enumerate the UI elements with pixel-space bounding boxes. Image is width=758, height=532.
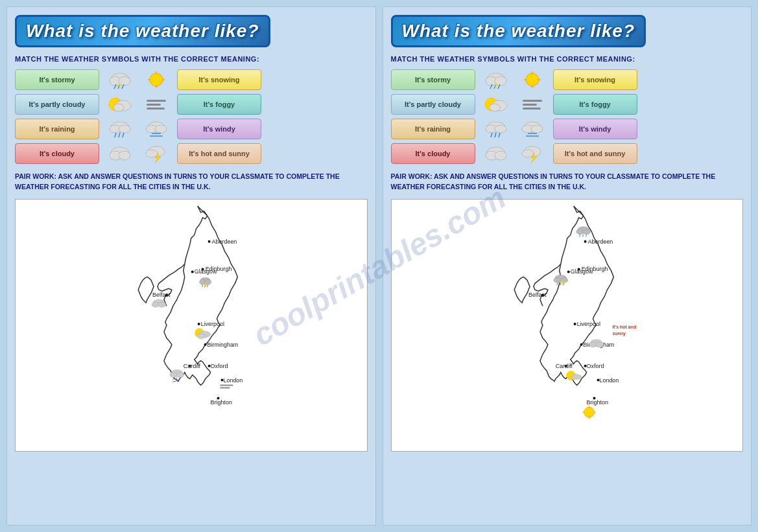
answer-foggy-right[interactable]: It's foggy — [553, 94, 637, 115]
svg-point-56 — [495, 76, 506, 86]
svg-point-104 — [584, 407, 594, 417]
weather-brighton-right — [582, 406, 595, 419]
label-partly-cloudy-right[interactable]: It's partly cloudy — [391, 94, 475, 115]
left-map-svg: Aberdeen Edinburgh Glasgow — [16, 200, 367, 451]
svg-line-51 — [172, 380, 177, 382]
hot-sunny-label-right: It's hot and — [612, 324, 636, 329]
icon-hot-sunny-right — [519, 143, 545, 164]
label-london-right: London — [599, 376, 619, 383]
svg-line-15 — [123, 133, 124, 137]
svg-line-67 — [491, 133, 492, 137]
icon-fog-right — [519, 94, 545, 115]
dot-glasgow-right — [567, 270, 569, 273]
weather-london-left — [220, 385, 233, 387]
label-glasgow-left: Glasgow — [195, 268, 217, 275]
label-cloudy-right[interactable]: It's cloudy — [391, 143, 475, 164]
answer-hot-sunny-left[interactable]: It's hot and sunny — [177, 143, 261, 164]
label-belfast-left: Belfast — [152, 292, 171, 298]
right-icons-left-col — [483, 69, 509, 164]
svg-point-84 — [522, 150, 534, 157]
svg-point-44 — [198, 333, 206, 338]
svg-point-2 — [119, 76, 130, 86]
right-map: Aberdeen Edinburgh Glasgow — [391, 199, 744, 452]
ireland-outline-right — [514, 277, 530, 303]
label-birmingham-left: Birmingham — [207, 341, 239, 347]
right-labels-col: It's stormy It's partly cloudy It's rain… — [391, 69, 475, 164]
label-cardiff-right: Cardiff — [555, 362, 573, 369]
answer-snowing-left[interactable]: It's snowing — [177, 69, 261, 90]
answer-windy-left[interactable]: It's windy — [177, 119, 261, 139]
label-aberdeen-right: Aberdeen — [587, 238, 613, 244]
svg-line-68 — [495, 133, 496, 137]
svg-point-63 — [490, 104, 500, 111]
icon-hot-sunny-left — [143, 143, 169, 164]
right-title: What is the weather like? — [402, 21, 635, 41]
svg-point-101 — [595, 341, 603, 347]
svg-point-47 — [176, 372, 184, 377]
svg-point-94 — [560, 277, 567, 283]
dot-birmingham-right — [580, 343, 582, 345]
svg-line-95 — [556, 283, 557, 285]
svg-line-48 — [173, 377, 174, 380]
svg-point-88 — [582, 229, 590, 234]
icon-cloudy-left — [107, 143, 133, 164]
left-pair-work: PAIR WORK: ASK AND ANSWER QUESTIONS IN T… — [15, 172, 368, 192]
answer-foggy-left[interactable]: It's foggy — [177, 94, 261, 115]
dot-liverpool-right — [573, 323, 576, 325]
icon-raining-right — [483, 119, 509, 139]
right-instruction: MATCH THE WEATHER SYMBOLS WITH THE CORRE… — [391, 55, 744, 63]
svg-point-72 — [495, 151, 506, 160]
answer-windy-right[interactable]: It's windy — [553, 119, 637, 139]
icon-fog-left — [143, 94, 169, 115]
label-london-left: London — [223, 376, 243, 383]
svg-point-41 — [158, 302, 166, 307]
label-glasgow-right: Glasgow — [570, 268, 593, 275]
label-oxford-right: Oxford — [586, 362, 604, 369]
right-matching-area: It's stormy It's partly cloudy It's rain… — [391, 69, 744, 164]
answer-hot-sunny-right[interactable]: It's hot and sunny — [553, 143, 637, 164]
label-liverpool-right: Liverpool — [576, 320, 600, 327]
label-brighton-left: Brighton — [211, 399, 232, 406]
label-raining-left[interactable]: It's raining — [15, 119, 99, 139]
svg-point-103 — [571, 374, 581, 379]
left-panel: What is the weather like? MATCH THE WEAT… — [6, 6, 376, 526]
icon-sun-left — [143, 69, 169, 90]
dot-birmingham-left — [204, 343, 207, 345]
right-map-svg: Aberdeen Edinburgh Glasgow — [392, 200, 743, 451]
icon-sun-right — [519, 69, 545, 90]
dot-aberdeen-right — [584, 240, 586, 242]
label-raining-right[interactable]: It's raining — [391, 119, 475, 139]
hot-sunny-label2-right: sunny — [612, 330, 626, 336]
label-aberdeen-left: Aberdeen — [212, 238, 237, 244]
left-matching-area: It's stormy It's partly cloudy It's rain… — [15, 69, 368, 164]
left-answers-col: It's snowing It's foggy It's windy It's … — [177, 69, 261, 164]
svg-point-26 — [155, 125, 167, 133]
svg-point-66 — [495, 125, 506, 133]
right-icons-right-col — [519, 69, 545, 164]
right-pair-work: PAIR WORK: ASK AND ANSWER QUESTIONS IN T… — [391, 172, 744, 192]
answer-snowing-right[interactable]: It's snowing — [553, 69, 637, 90]
page-wrapper: What is the weather like? MATCH THE WEAT… — [0, 0, 758, 532]
icon-partly-cloudy-right — [483, 94, 509, 115]
icon-windy-right — [519, 119, 545, 139]
icon-stormy-right — [483, 69, 509, 90]
svg-line-69 — [499, 133, 500, 137]
svg-point-80 — [531, 125, 543, 133]
label-oxford-left: Oxford — [211, 362, 228, 369]
label-stormy-right[interactable]: It's stormy — [391, 69, 475, 90]
svg-line-13 — [115, 133, 116, 137]
label-stormy-left[interactable]: It's stormy — [15, 69, 99, 90]
icon-raining-left — [107, 119, 133, 139]
left-instruction: MATCH THE WEATHER SYMBOLS WITH THE CORRE… — [15, 55, 368, 63]
label-partly-cloudy-left[interactable]: It's partly cloudy — [15, 94, 99, 115]
label-belfast-right: Belfast — [528, 292, 547, 298]
label-cloudy-left[interactable]: It's cloudy — [15, 143, 99, 164]
icon-stormy-left — [107, 69, 133, 90]
right-title-banner: What is the weather like? — [391, 15, 646, 47]
uk-outline-left — [164, 205, 237, 385]
svg-point-19 — [150, 73, 163, 86]
left-labels-col: It's stormy It's partly cloudy It's rain… — [15, 69, 99, 164]
left-icons-right-col — [143, 69, 169, 164]
dot-aberdeen-left — [208, 240, 211, 242]
right-answers-col: It's snowing It's foggy It's windy It's … — [553, 69, 637, 164]
